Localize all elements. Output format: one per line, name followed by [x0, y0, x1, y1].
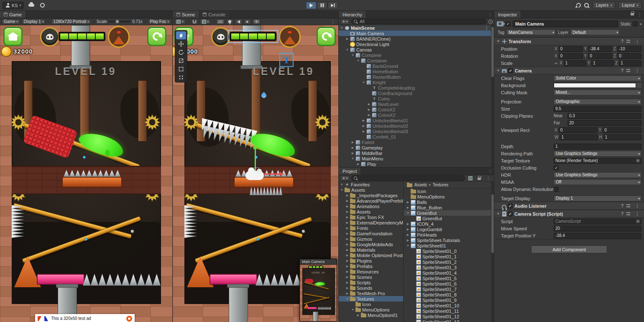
project-folder-epic-toon-fx[interactable]: ▶Epic Toon FX	[339, 214, 403, 220]
panel-menu-icon[interactable]	[486, 11, 494, 18]
value-field[interactable]: 1	[603, 134, 641, 140]
foldout-right-icon[interactable]: ▶	[406, 206, 410, 209]
foldout-down-icon[interactable]: ▼	[350, 54, 355, 57]
hierarchy-item-failed[interactable]: ▶Failed	[339, 139, 491, 145]
audio-toggle[interactable]	[235, 19, 242, 24]
restart-button[interactable]	[147, 27, 166, 46]
value-field[interactable]: 1	[619, 60, 641, 66]
hierarchy-item-restartbutton[interactable]: RestartButton	[339, 74, 491, 80]
panel-menu-icon[interactable]	[486, 167, 494, 175]
foldout-right-icon[interactable]: ▶	[350, 152, 355, 155]
tab-hierarchy[interactable]: Hierarchy	[339, 11, 366, 18]
foldout-right-icon[interactable]: ▶	[345, 194, 350, 197]
foldout-right-icon[interactable]: ▶	[345, 270, 350, 273]
foldout-right-icon[interactable]: ▶	[406, 228, 410, 231]
foldout-right-icon[interactable]: ▶	[345, 265, 350, 268]
hierarchy-item-play[interactable]: ▶Play	[339, 161, 491, 167]
foldout-down-icon[interactable]: ▼	[340, 26, 344, 29]
hierarchy-item-main-camera[interactable]: Main Camera	[339, 31, 491, 36]
scale-tool-button[interactable]	[176, 57, 186, 64]
dropdown[interactable]: Use Graphics Settings	[554, 151, 641, 157]
undo-history-icon[interactable]	[575, 2, 582, 9]
value-field[interactable]: 20	[567, 120, 641, 126]
foldout-down-icon[interactable]: ▼	[406, 244, 410, 247]
project-folder-plugins[interactable]: ▶Plugins	[339, 258, 403, 263]
add-component-button[interactable]: Add Component	[531, 245, 607, 253]
inspector-lock-button[interactable]	[629, 11, 636, 16]
create-menu[interactable]	[340, 175, 350, 181]
hierarchy-item-banner-clone[interactable]: ▶BANNER(Clone)	[339, 36, 491, 41]
layer-dropdown[interactable]: Default	[570, 29, 620, 35]
project-file-menuoptions[interactable]: MenuOptions	[404, 194, 491, 199]
panel-menu-icon[interactable]	[484, 176, 493, 180]
project-folder-importedpackages[interactable]: ▶_ImportedPackages	[339, 193, 403, 198]
project-scrollbar[interactable]	[491, 182, 494, 322]
help-icon[interactable]	[621, 211, 624, 216]
project-folder-prefabs[interactable]: ▶Prefabs	[339, 263, 403, 269]
hierarchy-item-middlebar[interactable]: ▶MiddleBar	[339, 150, 491, 156]
layers-dropdown[interactable]: Layers	[593, 2, 616, 9]
scene-viewport[interactable]: 32000 LEVEL 19 T Main Camera LEVEL 19	[173, 25, 339, 322]
hierarchy-item-coinbackground[interactable]: CoinBackground	[339, 90, 491, 96]
search-by-type-button[interactable]	[467, 175, 474, 181]
project-folder-mobile-optimized-post-i[interactable]: ▶Mobile Optimized Post I...	[339, 252, 403, 258]
object-picker-icon[interactable]	[636, 159, 640, 162]
foldout-icon[interactable]: ▼	[496, 212, 501, 216]
value-field[interactable]: 0	[588, 53, 612, 59]
project-file-pinheads[interactable]: ▶PinHeads	[404, 232, 491, 237]
project-file-spritesheet01-7[interactable]: SpriteSheet01_7	[404, 286, 491, 292]
hierarchy-scrollbar[interactable]	[491, 25, 494, 167]
presets-icon[interactable]	[626, 212, 630, 215]
object-field[interactable]: CameraScript	[554, 219, 641, 224]
project-file-spritesheet01-11[interactable]: SpriteSheet01_11	[404, 308, 491, 314]
value-field[interactable]: 0	[559, 127, 598, 133]
visibility-toggle[interactable]	[253, 19, 261, 24]
hierarchy-item-container[interactable]: ▼Container	[339, 58, 491, 63]
tag-dropdown[interactable]: MainCamera	[506, 29, 556, 35]
static-checkbox[interactable]	[633, 21, 638, 26]
hierarchy-item-unlockeditems01[interactable]: ▶UnlockedItems01	[339, 118, 491, 123]
project-folder-menuoptions[interactable]: ▼MenuOptions	[339, 307, 403, 312]
value-field[interactable]: 0	[559, 53, 583, 59]
enable-checkbox[interactable]	[508, 68, 513, 73]
foldout-right-icon[interactable]: ▶	[345, 292, 350, 295]
foldout-right-icon[interactable]: ▶	[345, 227, 350, 230]
project-folder-sounds[interactable]: ▶Sounds	[339, 285, 403, 291]
project-file-icon-4[interactable]: ▶ICON_4	[404, 221, 491, 227]
pause-button[interactable]	[317, 2, 327, 9]
project-file-spritesheet01-2[interactable]: SpriteSheet01_2	[404, 259, 491, 265]
foldout-down-icon[interactable]: ▼	[345, 297, 350, 300]
move-gizmo-x-arrow[interactable]	[280, 172, 284, 176]
lock-button[interactable]	[475, 175, 483, 181]
component-header-audio-listener[interactable]: Audio Listener	[494, 202, 644, 210]
foldout-right-icon[interactable]: ▶	[406, 239, 410, 242]
active-checkbox[interactable]	[506, 21, 511, 26]
foldout-right-icon[interactable]: ▶	[361, 130, 366, 133]
lighting-toggle[interactable]	[226, 19, 233, 24]
rotate-tool-button[interactable]	[176, 48, 186, 56]
home-button[interactable]	[3, 27, 23, 46]
project-folder-favorites[interactable]: ▼Favorites	[339, 182, 403, 187]
hierarchy-item-mainmenu[interactable]: ▼MainMenu	[339, 156, 491, 161]
hierarchy-search-input[interactable]: All	[351, 19, 487, 24]
rect-tool-button[interactable]	[176, 65, 186, 73]
presets-icon[interactable]	[626, 40, 630, 43]
foldout-right-icon[interactable]: ▶	[350, 141, 355, 144]
foldout-down-icon[interactable]: ▼	[350, 157, 355, 160]
project-folder-scenes[interactable]: ▶Scenes	[339, 274, 403, 280]
create-menu[interactable]	[340, 19, 350, 24]
restart-button[interactable]	[317, 27, 336, 46]
foldout-icon[interactable]: ▼	[496, 69, 501, 72]
object-field[interactable]: None (Render Texture)	[554, 158, 641, 164]
foldout-right-icon[interactable]: ▶	[406, 222, 410, 226]
foldout-right-icon[interactable]: ▶	[406, 233, 410, 237]
tab-scene[interactable]: Scene	[173, 11, 199, 18]
help-icon[interactable]	[621, 68, 624, 73]
foldout-down-icon[interactable]: ▼	[361, 81, 366, 84]
tab-project[interactable]: Project	[339, 167, 361, 175]
help-icon[interactable]	[621, 39, 624, 44]
effects-toggle[interactable]	[244, 19, 251, 24]
foldout-right-icon[interactable]: ▶	[367, 103, 371, 106]
project-folder-materials[interactable]: ▶Materials	[339, 247, 403, 252]
project-file-spritesheet01-6[interactable]: SpriteSheet01_6	[404, 281, 491, 286]
